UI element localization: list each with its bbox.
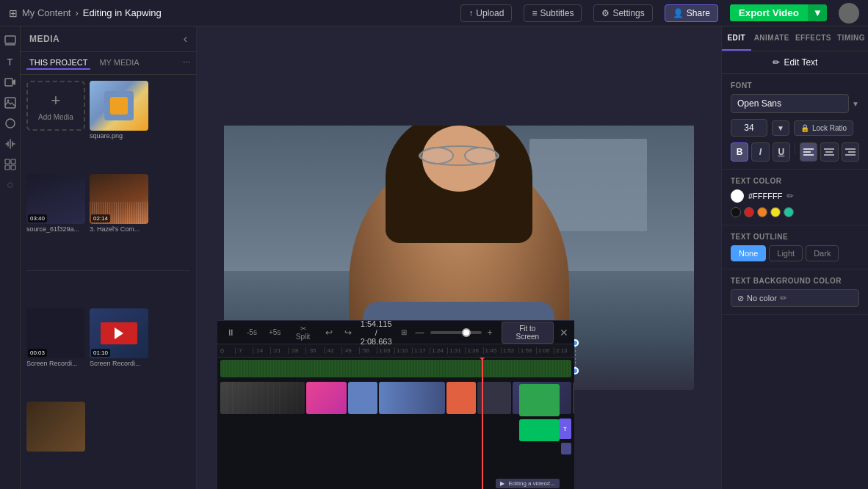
ruler-mark: :35 — [305, 347, 323, 354]
media-item-label: source_61f329a... — [26, 225, 85, 233]
skip-forward-button[interactable]: +5s — [266, 327, 283, 338]
zoom-out-button[interactable]: — — [413, 326, 427, 339]
list-item[interactable]: 02:14 3. Hazel's Com... — [90, 174, 148, 263]
plugins-tool-icon[interactable]: ⬡ — [1, 176, 19, 194]
bg-color-edit-button[interactable]: ✏ — [780, 293, 787, 303]
ruler-mark: :14 — [253, 347, 270, 354]
share-button[interactable]: 👤 Share — [665, 4, 718, 22]
export-label: Export Video — [739, 7, 799, 18]
timeline-close-button[interactable]: ✕ — [560, 327, 568, 338]
redo-button[interactable]: ↪ — [341, 326, 355, 339]
caption-clip[interactable]: ▶ Editing a video#... — [496, 479, 560, 488]
zoom-fit-icon[interactable]: ⊞ — [398, 327, 410, 338]
video-clip[interactable] — [477, 382, 511, 414]
right-panel: EDIT ANIMATE EFFECTS TIMING ✏ Edit Text … — [721, 26, 868, 489]
lock-ratio-button[interactable]: 🔒 Lock Ratio — [794, 120, 853, 136]
upload-button[interactable]: ↑ Upload — [460, 4, 512, 22]
export-button-group: Export Video ▼ — [730, 4, 827, 21]
lock-ratio-label: Lock Ratio — [812, 124, 847, 132]
font-chevron-icon: ▼ — [852, 100, 859, 108]
align-left-button[interactable] — [800, 142, 817, 162]
user-avatar[interactable] — [839, 3, 859, 23]
undo-button[interactable]: ↩ — [322, 326, 336, 339]
video-clip[interactable] — [573, 382, 574, 414]
bold-button[interactable]: B — [731, 142, 748, 162]
align-right-button[interactable] — [842, 142, 859, 162]
media-more-btn[interactable]: ··· — [183, 57, 190, 70]
outline-none-button[interactable]: None — [731, 245, 766, 261]
ruler-mark: 1:31 — [447, 347, 465, 354]
ruler-mark: 1:24 — [430, 347, 447, 354]
export-main-button[interactable]: Export Video — [730, 4, 808, 21]
swatch-red[interactable] — [744, 207, 754, 217]
share-icon: 👤 — [673, 8, 684, 18]
video-clip[interactable] — [348, 382, 377, 414]
tab-this-project[interactable]: THIS PROJECT — [26, 57, 90, 70]
swatch-yellow[interactable] — [770, 207, 781, 217]
list-item[interactable]: 03:40 source_61f329a... — [26, 174, 85, 263]
video-clip[interactable] — [306, 382, 347, 414]
zoom-in-button[interactable]: + — [485, 326, 496, 339]
video-clip[interactable] — [379, 382, 445, 414]
ruler-mark: 1:17 — [412, 347, 430, 354]
list-item[interactable]: 00:03 Screen Recordi... — [26, 308, 85, 397]
audio-track[interactable] — [220, 360, 571, 377]
media-item-label: 3. Hazel's Com... — [90, 225, 148, 233]
split-button[interactable]: ✂ Split — [289, 323, 316, 342]
text-clip[interactable]: T — [559, 419, 571, 439]
list-item[interactable] — [26, 402, 85, 483]
list-item[interactable]: 01:10 Screen Recordi... — [90, 308, 148, 397]
subtitles-icon: ≡ — [532, 8, 537, 18]
top-bar-actions: ↑ Upload ≡ Subtitles ⚙ Settings 👤 Share … — [460, 3, 859, 23]
svg-point-3 — [7, 100, 9, 102]
font-size-input[interactable] — [731, 119, 767, 137]
green-clip[interactable] — [519, 384, 560, 416]
underline-button[interactable]: U — [773, 142, 790, 162]
elements-tool-icon[interactable] — [1, 115, 19, 132]
tab-my-media[interactable]: MY MEDIA — [96, 57, 142, 70]
zoom-slider[interactable] — [430, 331, 482, 334]
swatch-black[interactable] — [731, 207, 741, 217]
media-panel-close[interactable]: ‹ — [184, 32, 187, 46]
video-clip[interactable] — [220, 382, 305, 414]
font-size-dropdown[interactable]: ▼ — [772, 120, 789, 136]
list-item[interactable]: square.png — [90, 81, 148, 170]
outline-dark-button[interactable]: Dark — [806, 245, 839, 261]
edit-text-header: ✏ Edit Text — [722, 51, 868, 74]
color-edit-button[interactable]: ✏ — [786, 191, 794, 201]
video-clip[interactable] — [446, 382, 476, 414]
no-color-button[interactable]: ⊘ No color ✏ — [731, 289, 859, 307]
swatch-orange[interactable] — [757, 207, 767, 217]
tab-animate[interactable]: ANIMATE — [751, 26, 792, 51]
ruler-marks: :7 :14 :21 :28 :35 :42 :49 :56 1:03 1:10… — [235, 347, 571, 354]
media-tool-icon[interactable] — [1, 32, 19, 50]
swatch-teal[interactable] — [784, 207, 794, 217]
text-tool-icon[interactable]: T — [1, 53, 19, 70]
svg-point-4 — [6, 119, 15, 128]
audio-tool-icon[interactable] — [1, 135, 19, 153]
italic-button[interactable]: I — [751, 142, 769, 162]
tab-edit[interactable]: EDIT — [722, 26, 751, 51]
outline-light-button[interactable]: Light — [769, 245, 803, 261]
scenes-tool-icon[interactable] — [1, 156, 19, 173]
green-small-clip[interactable] — [519, 419, 560, 441]
breadcrumb-root[interactable]: My Content — [22, 7, 70, 18]
export-dropdown-button[interactable]: ▼ — [808, 4, 827, 21]
breadcrumb: ⊞ My Content › Editing in Kapwing — [9, 7, 162, 19]
fit-screen-button[interactable]: Fit to Screen — [502, 322, 554, 344]
video-tool-icon[interactable] — [1, 73, 19, 91]
settings-button[interactable]: ⚙ Settings — [593, 4, 652, 22]
image-tool-icon[interactable] — [1, 94, 19, 112]
subtitles-button[interactable]: ≡ Subtitles — [524, 4, 582, 22]
skip-back-button[interactable]: -5s — [244, 327, 260, 338]
tab-timing[interactable]: TIMING — [834, 26, 868, 51]
font-select[interactable]: Open Sans Arial Roboto — [731, 94, 849, 113]
add-media-icon: + — [51, 91, 61, 110]
media-panel-title: MEDIA — [29, 34, 59, 44]
add-media-button[interactable]: + Add Media — [26, 81, 85, 131]
marker-row — [217, 441, 574, 456]
color-swatch[interactable] — [731, 189, 744, 203]
align-center-button[interactable] — [820, 142, 838, 162]
tab-effects[interactable]: EFFECTS — [792, 26, 834, 51]
play-button[interactable]: ⏸ — [223, 326, 238, 339]
